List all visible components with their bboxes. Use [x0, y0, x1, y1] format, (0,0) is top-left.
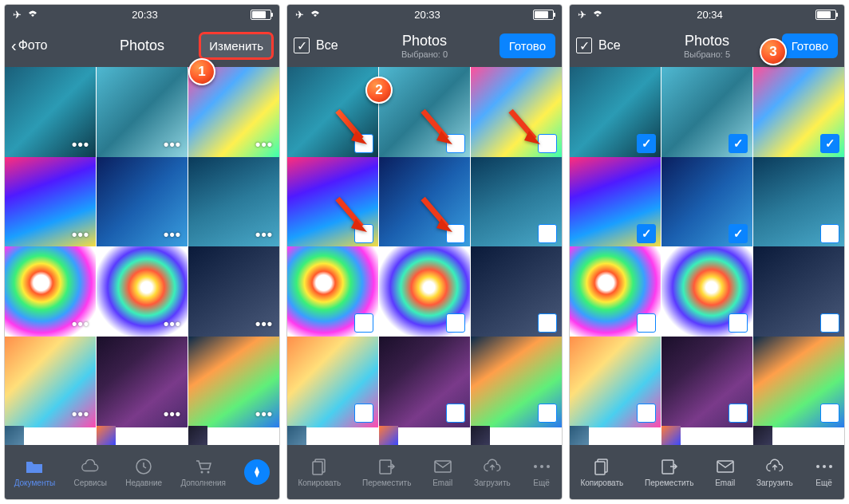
action-copy[interactable]: Копировать — [580, 457, 623, 487]
photo-cell[interactable] — [753, 246, 844, 337]
select-all-button[interactable]: ✓ Все — [294, 37, 365, 53]
photo-cell[interactable]: ••• — [5, 337, 96, 427]
more-icon[interactable]: ••• — [72, 226, 89, 243]
photo-cell[interactable]: ••• — [97, 337, 188, 427]
more-icon[interactable]: ••• — [255, 226, 273, 243]
action-move[interactable]: Переместить — [362, 457, 411, 487]
checkbox[interactable] — [729, 313, 748, 333]
photo-cell[interactable] — [97, 426, 116, 445]
more-icon[interactable]: ••• — [164, 136, 181, 153]
more-icon[interactable]: ••• — [72, 316, 89, 333]
checkbox[interactable] — [820, 224, 839, 243]
checkbox[interactable] — [637, 313, 656, 333]
tab-browse[interactable] — [244, 459, 270, 485]
back-button[interactable]: ‹ Фото — [11, 37, 83, 55]
more-icon — [815, 457, 834, 476]
checkbox-selected[interactable] — [729, 134, 748, 153]
mail-icon — [433, 457, 452, 476]
photo-cell[interactable] — [661, 426, 681, 445]
checkbox[interactable] — [729, 404, 748, 423]
airplane-icon: ✈ — [13, 9, 22, 21]
select-all-label: Все — [598, 38, 621, 53]
checkbox[interactable] — [446, 313, 465, 333]
action-move[interactable]: Переместить — [645, 457, 693, 487]
more-icon[interactable]: ••• — [164, 226, 181, 243]
photo-cell[interactable] — [753, 426, 772, 445]
more-icon[interactable]: ••• — [164, 316, 181, 333]
photo-cell[interactable] — [471, 157, 562, 248]
action-email[interactable]: Email — [715, 457, 735, 487]
more-icon[interactable]: ••• — [72, 136, 89, 153]
tab-services[interactable]: Сервисы — [73, 457, 106, 487]
airplane-icon: ✈ — [295, 9, 304, 21]
photo-cell[interactable] — [753, 337, 844, 427]
photo-cell[interactable] — [471, 337, 562, 427]
photo-cell[interactable] — [379, 246, 470, 337]
checkbox-selected[interactable] — [637, 224, 656, 243]
checkbox[interactable] — [446, 404, 465, 423]
svg-point-15 — [823, 465, 826, 468]
action-more[interactable]: Ещё — [815, 457, 834, 487]
done-button[interactable]: Готово — [500, 33, 555, 58]
photo-cell[interactable]: ••• — [97, 246, 188, 337]
checkbox[interactable] — [354, 404, 373, 423]
photo-cell[interactable] — [661, 157, 752, 248]
photo-cell[interactable] — [661, 337, 752, 427]
photo-cell[interactable] — [570, 337, 661, 427]
more-icon[interactable]: ••• — [255, 406, 273, 423]
checkbox-selected[interactable] — [637, 134, 656, 153]
photo-cell[interactable]: ••• — [5, 67, 96, 158]
photo-cell[interactable]: ••• — [188, 157, 279, 248]
photo-cell[interactable] — [570, 426, 589, 445]
photo-cell[interactable] — [287, 426, 306, 445]
photo-cell[interactable] — [661, 67, 752, 158]
select-all-button[interactable]: ✓ Все — [576, 37, 648, 53]
photo-cell[interactable] — [570, 246, 661, 337]
action-copy[interactable]: Копировать — [298, 457, 341, 487]
more-icon[interactable]: ••• — [72, 406, 89, 423]
photo-cell[interactable]: ••• — [5, 246, 96, 337]
action-more[interactable]: Ещё — [532, 457, 551, 487]
done-button[interactable]: Готово — [782, 33, 838, 58]
photo-cell[interactable] — [379, 337, 470, 427]
photo-cell[interactable] — [5, 426, 24, 445]
more-icon[interactable]: ••• — [255, 136, 273, 153]
svg-point-8 — [540, 465, 543, 468]
more-icon[interactable]: ••• — [164, 406, 181, 423]
photo-cell[interactable]: ••• — [97, 67, 188, 158]
action-upload[interactable]: Загрузить — [756, 457, 793, 487]
action-upload[interactable]: Загрузить — [474, 457, 511, 487]
tab-documents[interactable]: Документы — [14, 457, 56, 487]
photo-cell[interactable]: ••• — [188, 337, 279, 427]
checkbox-selected[interactable] — [729, 224, 748, 243]
checkbox-selected[interactable] — [820, 134, 839, 153]
checkbox[interactable] — [820, 313, 839, 333]
photo-cell[interactable] — [471, 426, 490, 445]
edit-button[interactable]: Изменить — [199, 33, 273, 59]
photo-cell[interactable] — [471, 246, 562, 337]
checkbox[interactable] — [354, 313, 373, 333]
tab-addons[interactable]: Дополнения — [180, 457, 226, 487]
wifi-icon — [26, 9, 39, 21]
photo-cell[interactable] — [188, 426, 207, 445]
photo-cell[interactable] — [287, 337, 378, 427]
checkbox[interactable] — [538, 404, 557, 423]
action-email[interactable]: Email — [432, 457, 452, 487]
photo-cell[interactable]: ••• — [97, 157, 188, 248]
photo-cell[interactable] — [570, 67, 661, 158]
photo-cell[interactable]: ••• — [188, 246, 279, 337]
photo-cell[interactable] — [570, 157, 661, 248]
photo-cell[interactable] — [661, 246, 752, 337]
photo-cell[interactable] — [753, 67, 844, 158]
tab-recent[interactable]: Недавние — [125, 457, 162, 487]
mail-icon — [716, 457, 735, 476]
checkbox[interactable] — [820, 404, 839, 423]
photo-cell[interactable]: ••• — [5, 157, 96, 248]
photo-cell[interactable] — [379, 426, 398, 445]
checkbox[interactable] — [637, 404, 656, 423]
checkbox[interactable] — [538, 224, 557, 243]
more-icon[interactable]: ••• — [255, 316, 273, 333]
checkbox[interactable] — [538, 313, 557, 333]
photo-cell[interactable] — [753, 157, 844, 248]
photo-cell[interactable] — [287, 246, 378, 337]
